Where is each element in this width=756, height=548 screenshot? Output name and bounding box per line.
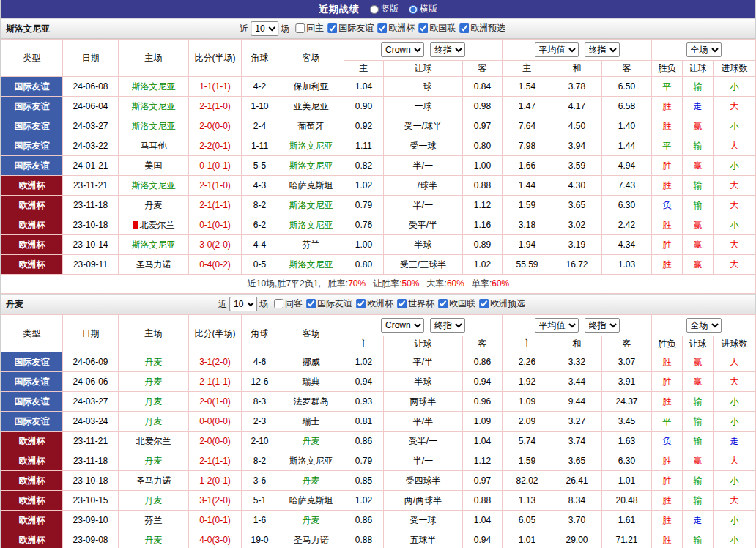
subcol-result-wdl: 胜负 — [652, 336, 683, 352]
away-team: 斯洛文尼亚 — [278, 156, 344, 176]
filter-option-欧国联[interactable]: 欧国联 — [418, 22, 456, 34]
subcol-result-handicap: 让球 — [683, 61, 714, 77]
handicap-home-odds: 1.02 — [344, 352, 384, 372]
avg-draw-odds: 4.30 — [552, 176, 602, 196]
result-goals: 小 — [714, 530, 756, 548]
league-badge: 国际友谊 — [1, 392, 63, 412]
result-handicap: 输 — [683, 196, 714, 215]
filter-option-欧洲预选[interactable]: 欧洲预选 — [479, 297, 525, 310]
checkbox-欧洲杯[interactable] — [356, 299, 366, 308]
handicap-home-odds: 0.76 — [344, 215, 384, 235]
away-team: 亚美尼亚 — [278, 97, 344, 116]
avg-draw-odds: 3.65 — [552, 196, 602, 215]
checkbox-欧洲预选[interactable] — [459, 23, 469, 33]
handicap-home-odds: 0.93 — [344, 392, 384, 412]
result-goals: 小 — [714, 392, 756, 412]
filter-option-欧国联[interactable]: 欧国联 — [438, 297, 475, 310]
filter-option-同客[interactable]: 同客 — [274, 297, 303, 310]
away-team: 法罗群岛 — [278, 392, 344, 412]
checkbox-同客[interactable] — [274, 299, 284, 308]
checkbox-同主[interactable] — [295, 23, 305, 33]
checkbox-世界杯[interactable] — [397, 299, 407, 308]
avg-away-odds: 6.30 — [602, 196, 652, 215]
filter-option-国际友谊[interactable]: 国际友谊 — [327, 22, 374, 34]
page-title: 近期战绩 — [319, 3, 360, 16]
checkbox-欧洲杯[interactable] — [377, 23, 387, 33]
checkbox-国际友谊[interactable] — [327, 23, 337, 33]
home-team: 丹麦 — [119, 352, 189, 372]
bookmaker-select[interactable]: Crown — [381, 42, 424, 57]
handicap-line: 受半/一 — [384, 432, 463, 451]
corners: 0-5 — [242, 255, 278, 275]
handicap-home-odds: 0.86 — [344, 432, 384, 451]
score: 2-1(1-1) — [189, 372, 242, 392]
league-badge: 国际友谊 — [1, 372, 63, 392]
score: 1-2(0-1) — [189, 471, 242, 491]
handicap-away-odds: 1.04 — [463, 511, 503, 530]
col-header-date: 日期 — [63, 315, 119, 352]
filter-option-世界杯[interactable]: 世界杯 — [397, 297, 434, 310]
result-scope-select[interactable]: 全场 — [686, 42, 722, 57]
score: 2-1(1-1) — [189, 196, 242, 215]
home-team: 北爱尔兰 — [119, 215, 189, 235]
match-row: 欧洲杯23-09-10芬兰0-1(0-1)1-6丹麦0.86受一球1.046.0… — [1, 511, 756, 530]
league-badge: 国际友谊 — [1, 77, 63, 97]
league-badge: 欧洲杯 — [1, 471, 63, 491]
avg-draw-odds: 3.27 — [552, 412, 602, 432]
away-team: 圣马力诺 — [278, 530, 344, 548]
result-scope-select[interactable]: 全场 — [686, 318, 722, 333]
match-row: 国际友谊24-06-09丹麦3-1(2-0)4-6挪威1.02平/半0.862.… — [1, 352, 756, 372]
result-winlose: 胜 — [652, 235, 683, 255]
layout-option-horizontal[interactable]: 横版 — [409, 3, 437, 15]
filter-option-国际友谊[interactable]: 国际友谊 — [306, 297, 352, 310]
filter-option-同主[interactable]: 同主 — [295, 22, 324, 34]
vertical-layout-radio[interactable] — [370, 5, 379, 14]
match-row: 欧洲杯23-10-18北爱尔兰0-1(0-1)6-2斯洛文尼亚0.76受平/半1… — [1, 215, 756, 235]
average-price-type-select[interactable]: 终指 — [585, 318, 620, 333]
away-team: 丹麦 — [278, 511, 344, 530]
horizontal-layout-radio[interactable] — [409, 5, 418, 14]
result-goals: 大 — [714, 451, 756, 471]
recent-count-select[interactable]: 10 — [251, 21, 278, 36]
home-team: 丹麦 — [119, 196, 189, 215]
col-header-score: 比分(半场) — [189, 315, 242, 352]
filter-option-欧洲预选[interactable]: 欧洲预选 — [459, 22, 505, 34]
league-badge: 欧洲杯 — [1, 491, 63, 511]
score: 0-0(0-0) — [189, 412, 242, 432]
bookmaker-select[interactable]: Crown — [381, 318, 424, 333]
summary-stat-value: 60% — [447, 278, 464, 289]
recent-count-select[interactable]: 10 — [229, 297, 257, 311]
average-odds-select[interactable]: 平均值 — [535, 42, 579, 57]
result-winlose: 平 — [652, 77, 683, 97]
checkbox-欧洲预选[interactable] — [479, 299, 489, 308]
checkbox-国际友谊[interactable] — [306, 299, 316, 308]
handicap-away-odds: 1.16 — [463, 215, 503, 235]
filter-checkboxes: 同客国际友谊欧洲杯世界杯欧国联欧洲预选 — [270, 297, 525, 311]
league-badge: 欧洲杯 — [1, 215, 63, 235]
layout-option-vertical[interactable]: 竖版 — [370, 3, 399, 15]
subcol-avg-draw: 和 — [552, 61, 602, 77]
corners: 19-0 — [242, 530, 278, 548]
away-team: 瑞典 — [278, 372, 344, 392]
filter-option-欧洲杯[interactable]: 欧洲杯 — [377, 22, 415, 34]
league-badge: 国际友谊 — [1, 136, 63, 156]
result-group-header: 全场 — [652, 40, 756, 61]
checkbox-欧国联[interactable] — [418, 23, 428, 33]
score: 0-4(0-2) — [189, 255, 242, 275]
matches-table: 类型 日期 主场 比分(半场) 角球 客场 Crown 终指 平均值 — [1, 314, 756, 548]
match-date: 23-10-18 — [63, 471, 119, 491]
checkbox-欧国联[interactable] — [438, 299, 448, 308]
avg-away-odds: 24.37 — [602, 392, 652, 412]
average-odds-select[interactable]: 平均值 — [535, 318, 579, 333]
handicap-price-type-select[interactable]: 终指 — [430, 42, 465, 57]
score: 2-1(1-0) — [189, 97, 242, 116]
handicap-price-type-select[interactable]: 终指 — [430, 318, 465, 333]
summary-stat: 单率:60% — [472, 278, 509, 289]
avg-away-odds: 6.30 — [602, 451, 652, 471]
filter-option-欧洲杯[interactable]: 欧洲杯 — [356, 297, 393, 310]
match-date: 24-06-09 — [63, 352, 119, 372]
match-date: 24-03-27 — [63, 392, 119, 412]
average-price-type-select[interactable]: 终指 — [585, 42, 620, 57]
result-goals: 大 — [714, 176, 756, 196]
corners: 3-6 — [242, 471, 278, 491]
